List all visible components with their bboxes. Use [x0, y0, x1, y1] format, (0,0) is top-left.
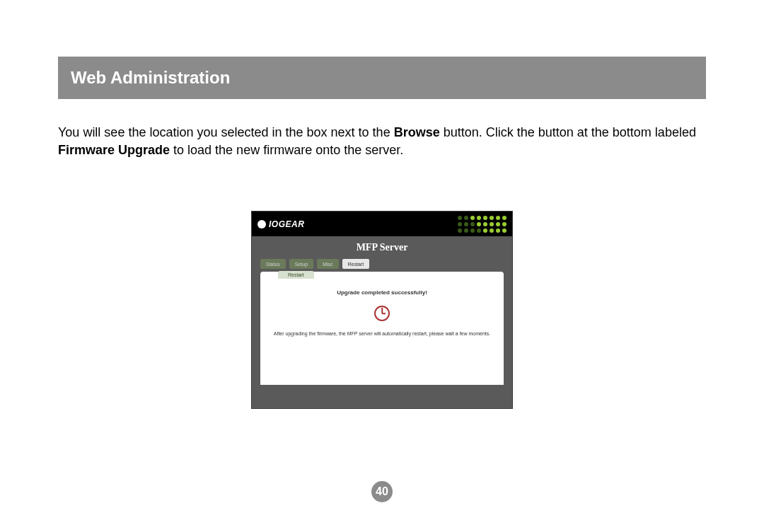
instruction-text-2: button. Click the button at the bottom l…	[440, 125, 696, 139]
logo-bar: IOGEAR	[252, 212, 512, 236]
embedded-screenshot: IOGEAR MFP Server Status Setup Misc Rest…	[251, 211, 513, 409]
decorative-dots	[458, 216, 507, 233]
instruction-paragraph: You will see the location you selected i…	[58, 124, 706, 159]
instruction-bold-firmware: Firmware Upgrade	[58, 143, 170, 157]
instruction-text-3: to load the new firmware onto the server…	[170, 143, 403, 157]
mfp-server-title: MFP Server	[252, 236, 512, 259]
instruction-text-1: You will see the location you selected i…	[58, 125, 394, 139]
subtab-restart[interactable]: Restart	[278, 271, 314, 279]
tab-restart[interactable]: Restart	[342, 259, 370, 269]
tab-row: Status Setup Misc Restart	[252, 259, 512, 269]
logo: IOGEAR	[257, 219, 304, 229]
tab-status[interactable]: Status	[260, 259, 286, 269]
hint-message: After upgrading the firmware, the MFP se…	[260, 331, 504, 336]
clock-icon	[374, 306, 390, 321]
tab-setup[interactable]: Setup	[289, 259, 313, 269]
tab-misc[interactable]: Misc	[317, 259, 338, 269]
logo-icon	[257, 220, 266, 229]
content-panel: Restart Upgrade completed successfully! …	[260, 272, 504, 385]
page-number: 40	[371, 481, 393, 502]
logo-label: IOGEAR	[269, 219, 304, 229]
header-bar: Web Administration	[58, 57, 706, 99]
page-title: Web Administration	[71, 68, 230, 88]
instruction-bold-browse: Browse	[394, 125, 440, 139]
